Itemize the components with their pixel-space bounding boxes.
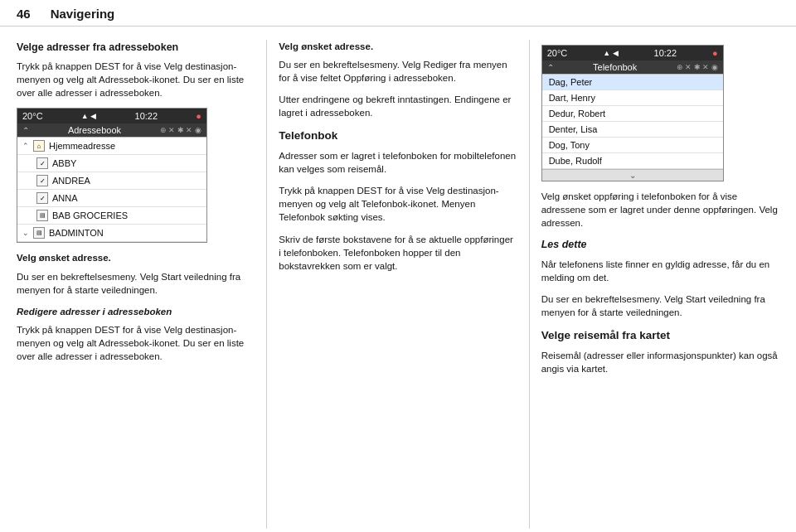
- list-item-dedur: Dedur, Robert: [542, 106, 723, 122]
- col2-para4: Adresser som er lagret i telefonboken fo…: [279, 149, 517, 176]
- item-label-dube: Dube, Rudolf: [549, 156, 602, 166]
- page-header: 46 Navigering: [0, 0, 796, 27]
- letter-icon: ▤: [36, 210, 48, 221]
- col3-section3: Velge reisemål fra kartet Reisemål (adre…: [541, 327, 779, 375]
- item-label-denter: Denter, Lisa: [549, 124, 598, 134]
- screen1-title: Adressebook: [68, 125, 121, 135]
- col3-heading-reisemaal: Velge reisemål fra kartet: [541, 327, 779, 344]
- screen1-menu-icons: ⊕ ✕ ✱ ✕ ◉: [160, 126, 201, 134]
- col1-section2: Velg ønsket adresse. Du ser en bekreftel…: [17, 251, 255, 296]
- col3-las-heading: Les dette: [541, 238, 779, 253]
- col2-para5: Trykk på knappen DEST for å vise Velg de…: [279, 184, 517, 224]
- screen2-header: 20°C ▲ ◀ 10:22 ●: [542, 46, 723, 60]
- col2-section1: Velg ønsket adresse. Du ser en bekreftel…: [279, 40, 517, 85]
- letter-icon: ▤: [33, 227, 45, 239]
- screen2-list: Dag, Peter Dart, Henry Dedur, Robert Den…: [542, 74, 723, 169]
- screen1-up-arrow: ⌃: [22, 126, 29, 135]
- letter-icon: ✓: [36, 157, 48, 169]
- list-item-denter: Denter, Lisa: [542, 122, 723, 138]
- list-item-dube: Dube, Rudolf: [542, 153, 723, 169]
- item-label-abby: ABBY: [52, 158, 76, 168]
- list-item-dag: Dag, Peter: [542, 75, 723, 90]
- screen1-subheader: ⌃ Adressebook ⊕ ✕ ✱ ✕ ◉: [17, 123, 206, 137]
- main-content: Velge adresser fra adresseboken Trykk på…: [0, 27, 796, 529]
- nav-screen-1: 20°C ▲ ◀ 10:22 ● ⌃ Adressebook ⊕ ✕ ✱ ✕ ◉…: [17, 108, 207, 243]
- screen1-dot: ●: [196, 111, 201, 121]
- item-label-anna: ANNA: [52, 193, 78, 203]
- nav-screen-2: 20°C ▲ ◀ 10:22 ● ⌃ Telefonbok ⊕ ✕ ✱ ✕ ◉ …: [541, 45, 724, 181]
- screen2-dot: ●: [712, 48, 718, 58]
- screen1-temp: 20°C: [22, 111, 43, 121]
- col1-section1: Velge adresser fra adresseboken Trykk på…: [17, 40, 255, 99]
- col3-las-section: Les dette Når telefonens liste finner en…: [541, 238, 779, 284]
- list-item-anna: ✓ ANNA: [17, 190, 206, 207]
- list-item-bab: ▤ BAB GROCERIES: [17, 207, 206, 225]
- list-item-andrea: ✓ ANDREA: [17, 172, 206, 190]
- list-item-abby: ✓ ABBY: [17, 155, 206, 172]
- screen2-title: Telefonbok: [593, 62, 637, 72]
- list-item-badminton: ⌄ ▤ BADMINTON: [17, 225, 206, 242]
- col3-las-text: Når telefonens liste finner en gyldig ad…: [541, 258, 779, 284]
- screen2-signal: ▲ ◀: [603, 49, 618, 57]
- col1-heading2: Redigere adresser i adresseboken: [17, 305, 255, 318]
- col3-section1: Velg ønsket oppføring i telefonboken for…: [541, 190, 779, 230]
- col1-heading1: Velge adresser fra adresseboken: [17, 40, 255, 55]
- col1-para3: Velg ønsket adresse.: [17, 251, 255, 264]
- col3-para2: Du ser en bekreftelsesmeny. Velg Start v…: [541, 293, 779, 319]
- item-label-bab: BAB GROCERIES: [52, 210, 128, 220]
- screen2-menu-icons: ⊕ ✕ ✱ ✕ ◉: [677, 63, 718, 71]
- col1-para4: Du ser en bekreftelsesmeny. Velg Start v…: [17, 270, 255, 297]
- scroll-arrow-left: ⌃: [22, 142, 29, 150]
- page-title: Navigering: [51, 7, 115, 21]
- screen2-up-arrow: ⌃: [547, 63, 554, 72]
- col2-section5: Skriv de første bokstavene for å se aktu…: [279, 233, 517, 273]
- screen2-temp: 20°C: [547, 48, 568, 58]
- scroll-arrow-down-left: ⌄: [22, 229, 29, 237]
- column-1: Velge adresser fra adresseboken Trykk på…: [17, 40, 266, 529]
- item-label-dag: Dag, Peter: [549, 77, 593, 87]
- col2-section3: Telefonbok Adresser som er lagret i tele…: [279, 128, 517, 176]
- col2-para2: Du ser en bekreftelsesmeny. Velg Rediger…: [279, 58, 517, 85]
- col3-para1: Velg ønsket oppføring i telefonboken for…: [541, 190, 779, 230]
- item-label-home: Hjemmeadresse: [49, 141, 115, 151]
- col2-heading-telefonbok: Telefonbok: [279, 128, 517, 144]
- list-item-dart: Dart, Henry: [542, 90, 723, 106]
- col2-para6: Skriv de første bokstavene for å se aktu…: [279, 233, 517, 273]
- col2-para1: Velg ønsket adresse.: [279, 40, 517, 53]
- item-label-dart: Dart, Henry: [549, 93, 595, 103]
- screen1-time: 10:22: [135, 111, 158, 121]
- letter-icon: ✓: [36, 192, 48, 204]
- item-label-andrea: ANDREA: [52, 176, 90, 186]
- screen2-scroll-down: ⌄: [542, 169, 723, 181]
- screen2-time: 10:22: [654, 48, 677, 58]
- screen1-header: 20°C ▲ ◀ 10:22 ●: [17, 109, 206, 123]
- col2-para3: Utter endringene og bekreft inntastingen…: [279, 93, 517, 119]
- list-item-home: ⌃ ⌂ Hjemmeadresse: [17, 138, 206, 155]
- page-number: 46: [17, 7, 31, 21]
- col2-section4: Trykk på knappen DEST for å vise Velg de…: [279, 184, 517, 224]
- screen2-subheader: ⌃ Telefonbok ⊕ ✕ ✱ ✕ ◉: [542, 60, 723, 74]
- col2-section2: Utter endringene og bekreft inntastingen…: [279, 93, 517, 119]
- list-item-dog: Dog, Tony: [542, 138, 723, 153]
- col1-section3: Redigere adresser i adresseboken Trykk p…: [17, 305, 255, 363]
- column-2: Velg ønsket adresse. Du ser en bekreftel…: [266, 40, 528, 529]
- item-label-dog: Dog, Tony: [549, 140, 590, 150]
- col1-para2: Trykk på knappen DEST for å vise Velg de…: [17, 60, 255, 99]
- col3-section2: Du ser en bekreftelsesmeny. Velg Start v…: [541, 293, 779, 319]
- home-icon: ⌂: [33, 140, 45, 152]
- item-label-dedur: Dedur, Robert: [549, 109, 605, 118]
- screen1-list: ⌃ ⌂ Hjemmeadresse ✓ ABBY ✓ ANDREA ✓: [17, 137, 206, 242]
- screen1-signal: ▲ ◀: [81, 112, 96, 120]
- col1-para6: Trykk på knappen DEST for å vise Velg de…: [17, 323, 255, 363]
- col3-para3: Reisemål (adresser eller informasjonspun…: [541, 349, 779, 375]
- column-3: 20°C ▲ ◀ 10:22 ● ⌃ Telefonbok ⊕ ✕ ✱ ✕ ◉ …: [529, 40, 779, 529]
- item-label-badminton: BADMINTON: [49, 228, 104, 238]
- letter-icon: ✓: [36, 175, 48, 186]
